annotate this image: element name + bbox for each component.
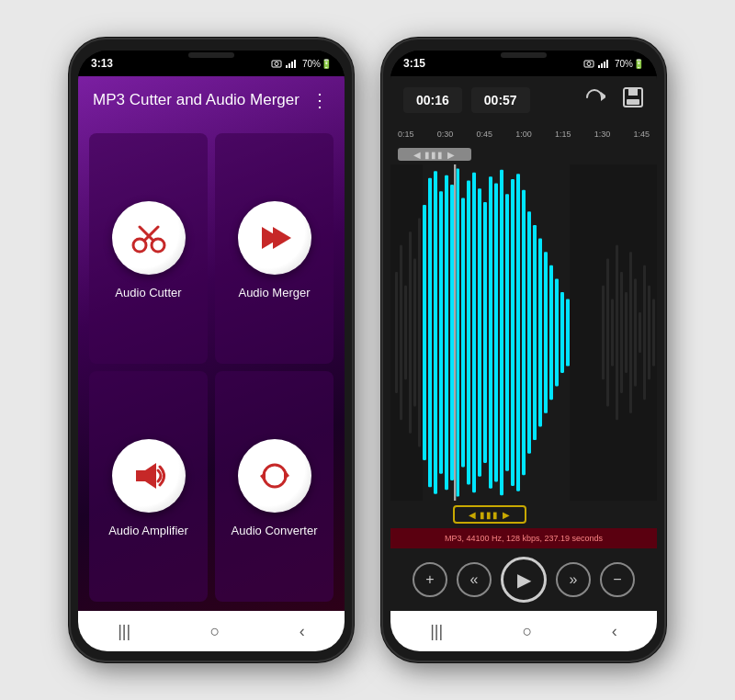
end-time-badge[interactable]: 00:57	[471, 87, 530, 113]
rewind-button[interactable]: «	[457, 562, 492, 597]
svg-rect-64	[538, 239, 542, 427]
svg-rect-24	[627, 99, 639, 105]
more-menu-icon[interactable]: ⋮	[311, 89, 330, 111]
audio-converter-icon-circle	[238, 439, 311, 513]
timeline-ruler: 0:15 0:30 0:45 1:00 1:15 1:30 1:45	[390, 124, 657, 144]
save-icon[interactable]	[622, 86, 644, 114]
sel-dots-icon: ◀ ▮▮▮ ▶	[413, 150, 457, 160]
bottom-handle-bar: ◀ ▮▮▮ ▶	[390, 501, 657, 528]
rewind-icon: «	[470, 571, 479, 588]
minus-button[interactable]: −	[600, 562, 635, 597]
audio-merger-icon-circle	[238, 201, 311, 275]
svg-rect-46	[439, 191, 443, 473]
grid-item-audio-cutter[interactable]: Audio Cutter	[89, 133, 208, 364]
audio-merger-label: Audio Merger	[238, 286, 310, 299]
svg-rect-58	[505, 194, 509, 471]
app-grid: Audio Cutter Audio Merger	[78, 124, 345, 611]
nav-back-btn[interactable]: ‹	[300, 622, 305, 641]
svg-rect-65	[544, 252, 548, 413]
svg-rect-45	[434, 171, 437, 493]
svg-rect-3	[288, 63, 290, 68]
status-time-1: 3:13	[91, 57, 113, 70]
svg-rect-61	[522, 190, 526, 475]
svg-rect-67	[555, 278, 559, 386]
playback-controls: + « ▶ » −	[390, 548, 657, 611]
waveform-svg	[390, 164, 657, 501]
scissors-icon	[129, 218, 169, 258]
camera-icon-2	[583, 59, 594, 68]
svg-rect-66	[549, 265, 553, 400]
svg-rect-60	[516, 174, 520, 491]
app-bar: MP3 Cutter and Audio Merger ⋮	[78, 76, 345, 124]
svg-rect-56	[494, 183, 498, 481]
audio-converter-label: Audio Converter	[232, 524, 318, 537]
selection-handle-bottom[interactable]: ◀ ▮▮▮ ▶	[453, 505, 526, 524]
svg-rect-55	[489, 176, 492, 489]
screen-2: 00:16 00:57	[390, 76, 657, 611]
add-icon: +	[425, 571, 434, 588]
svg-rect-59	[511, 179, 514, 486]
ruler-mark-2: 0:45	[476, 130, 492, 139]
app-title: MP3 Cutter and Audio Merger	[93, 91, 300, 109]
phone-1-screen: 3:13 70%🔋 MP3 Cutter and Audio Merger ⋮	[78, 51, 345, 651]
speaker-dot-2	[501, 52, 547, 58]
phone-2-screen: 3:15 70%🔋 00:16 00:57	[390, 51, 657, 651]
nav-home-btn[interactable]: ○	[210, 622, 220, 641]
svg-rect-69	[566, 299, 570, 366]
svg-marker-11	[273, 227, 291, 249]
minus-icon: −	[613, 571, 621, 588]
nav-bar-2: ||| ○ ‹	[390, 611, 657, 651]
svg-rect-43	[423, 205, 426, 460]
grid-item-audio-converter[interactable]: Audio Converter	[215, 371, 334, 602]
ruler-mark-3: 1:00	[515, 130, 532, 139]
phone-2: 3:15 70%🔋 00:16 00:57	[381, 38, 666, 662]
svg-rect-62	[527, 211, 531, 454]
nav-back-btn-2[interactable]: ‹	[612, 622, 617, 641]
convert-icon	[254, 456, 295, 496]
selection-bar: ◀ ▮▮▮ ▶	[390, 144, 657, 164]
signal-icon	[286, 59, 299, 68]
svg-rect-19	[604, 62, 605, 68]
svg-point-1	[275, 62, 278, 66]
start-time-badge[interactable]: 00:16	[403, 87, 462, 113]
ruler-marks: 0:15 0:30 0:45 1:00 1:15 1:30 1:45	[398, 130, 650, 139]
svg-rect-63	[533, 225, 537, 440]
grid-item-audio-merger[interactable]: Audio Merger	[215, 133, 334, 364]
play-icon: ▶	[517, 569, 531, 591]
nav-bar-1: ||| ○ ‹	[78, 611, 345, 651]
waveform-selected	[423, 164, 570, 501]
svg-rect-57	[500, 170, 503, 495]
grid-item-audio-amplifier[interactable]: Audio Amplifier	[89, 371, 208, 602]
ruler-mark-0: 0:15	[398, 130, 414, 139]
svg-rect-2	[286, 65, 288, 68]
fast-forward-icon: »	[570, 571, 578, 588]
audio-amplifier-label: Audio Amplifier	[108, 524, 188, 537]
nav-home-btn-2[interactable]: ○	[523, 622, 533, 641]
fast-forward-button[interactable]: »	[556, 562, 591, 597]
add-button[interactable]: +	[413, 562, 447, 597]
audio-cutter-label: Audio Cutter	[115, 286, 181, 299]
refresh-icon[interactable]	[583, 86, 605, 114]
svg-rect-53	[478, 188, 481, 476]
forward-icon	[254, 218, 295, 258]
ruler-mark-4: 1:15	[555, 130, 571, 139]
right-overlay	[570, 164, 657, 501]
svg-marker-12	[136, 463, 156, 489]
left-overlay	[390, 164, 423, 501]
playhead	[454, 164, 456, 501]
file-info-bar: MP3, 44100 Hz, 128 kbps, 237.19 seconds	[390, 528, 657, 548]
nav-recent-btn-2[interactable]: |||	[430, 622, 443, 641]
svg-rect-51	[467, 181, 470, 485]
svg-rect-48	[450, 185, 454, 480]
ruler-mark-5: 1:30	[594, 130, 611, 139]
svg-rect-50	[461, 198, 465, 468]
battery-icon: 70%🔋	[302, 59, 332, 69]
svg-rect-44	[428, 178, 432, 488]
svg-rect-47	[445, 175, 448, 491]
status-time-2: 3:15	[403, 57, 425, 70]
selection-handle-top[interactable]: ◀ ▮▮▮ ▶	[398, 148, 471, 161]
waveform-container	[390, 164, 657, 501]
svg-marker-21	[602, 94, 605, 99]
nav-recent-btn[interactable]: |||	[118, 622, 130, 641]
play-button[interactable]: ▶	[501, 557, 547, 603]
